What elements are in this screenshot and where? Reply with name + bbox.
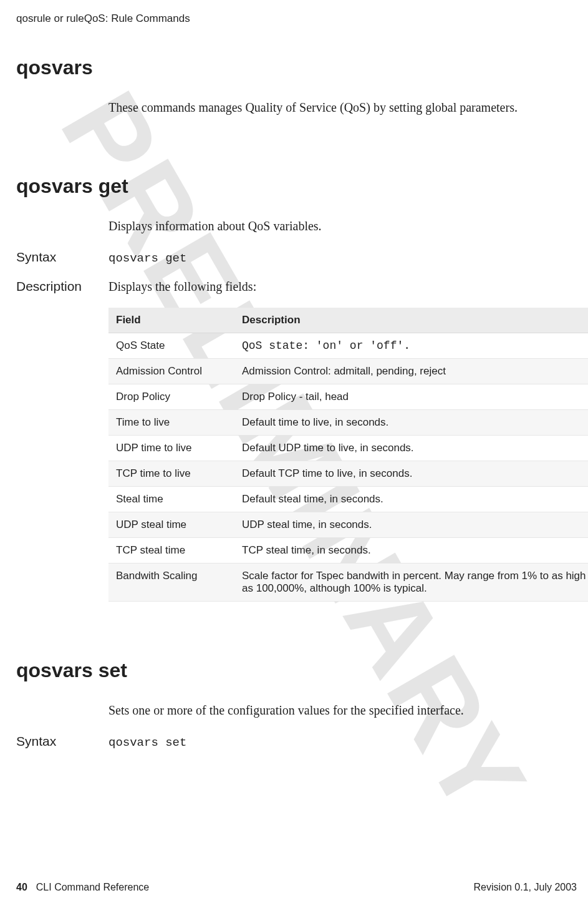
- table-cell-description: Admission Control: admitall, pending, re…: [234, 359, 588, 384]
- syntax-command-set: qosvars set: [108, 736, 186, 749]
- table-row: Bandwith ScalingScale factor for Tspec b…: [108, 564, 588, 602]
- table-cell-description: Drop Policy - tail, head: [234, 384, 588, 410]
- revision: Revision 0.1, July 2003: [474, 882, 577, 893]
- table-cell-field: Time to live: [108, 410, 234, 436]
- table-cell-description: Default time to live, in seconds.: [234, 410, 588, 436]
- fields-table: Field Description QoS StateQoS state: 'o…: [108, 308, 588, 602]
- table-cell-description: Default steal time, in seconds.: [234, 487, 588, 512]
- table-cell-field: UDP steal time: [108, 512, 234, 538]
- table-cell-description: UDP steal time, in seconds.: [234, 512, 588, 538]
- section-qosvars-title: qosvars: [16, 56, 582, 79]
- table-row: TCP time to liveDefault TCP time to live…: [108, 461, 588, 487]
- footer: 40 CLI Command Reference Revision 0.1, J…: [16, 882, 577, 893]
- table-cell-field: QoS State: [108, 333, 234, 359]
- page-number: 40: [16, 882, 27, 893]
- table-cell-field: TCP time to live: [108, 461, 234, 487]
- table-row: QoS StateQoS state: 'on' or 'off'.: [108, 333, 588, 359]
- table-row: Time to liveDefault time to live, in sec…: [108, 410, 588, 436]
- table-header-row: Field Description: [108, 308, 588, 333]
- section-qosvars-get-intro: Displays information about QoS variables…: [108, 219, 582, 233]
- content: qosvars These commands manages Quality o…: [16, 56, 588, 749]
- syntax-label: Syntax: [16, 250, 108, 265]
- table-cell-description: Scale factor for Tspec bandwith in perce…: [234, 564, 588, 602]
- section-qosvars-set-intro: Sets one or more of the configuration va…: [108, 703, 582, 718]
- table-cell-field: UDP time to live: [108, 436, 234, 461]
- syntax-row-set: Syntax qosvars set: [16, 734, 582, 749]
- table-header-field: Field: [108, 308, 234, 333]
- table-cell-field: Bandwith Scaling: [108, 564, 234, 602]
- table-header-description: Description: [234, 308, 588, 333]
- table-row: Admission ControlAdmission Control: admi…: [108, 359, 588, 384]
- doc-title: CLI Command Reference: [36, 882, 149, 893]
- table-cell-field: Drop Policy: [108, 384, 234, 410]
- table-row: Steal timeDefault steal time, in seconds…: [108, 487, 588, 512]
- syntax-command: qosvars get: [108, 251, 186, 265]
- table-row: Drop PolicyDrop Policy - tail, head: [108, 384, 588, 410]
- syntax-label-set: Syntax: [16, 734, 108, 749]
- page: qosrule or ruleQoS: Rule Commands qosvar…: [0, 0, 588, 908]
- table-cell-description: QoS state: 'on' or 'off'.: [234, 333, 588, 359]
- running-head: qosrule or ruleQoS: Rule Commands: [16, 12, 588, 25]
- section-qosvars-get-title: qosvars get: [16, 175, 582, 198]
- table-row: UDP time to liveDefault UDP time to live…: [108, 436, 588, 461]
- table-cell-description: TCP steal time, in seconds.: [234, 538, 588, 564]
- table-cell-field: Admission Control: [108, 359, 234, 384]
- table-cell-field: Steal time: [108, 487, 234, 512]
- description-row: Description Displays the following field…: [16, 279, 582, 294]
- table-cell-field: TCP steal time: [108, 538, 234, 564]
- syntax-row: Syntax qosvars get: [16, 250, 582, 265]
- table-row: UDP steal timeUDP steal time, in seconds…: [108, 512, 588, 538]
- table-cell-description: Default TCP time to live, in seconds.: [234, 461, 588, 487]
- section-qosvars-intro: These commands manages Quality of Servic…: [108, 100, 582, 115]
- table-cell-description: Default UDP time to live, in seconds.: [234, 436, 588, 461]
- description-label: Description: [16, 279, 108, 294]
- section-qosvars-set-title: qosvars set: [16, 659, 582, 682]
- description-text: Displays the following fields:: [108, 280, 256, 294]
- table-row: TCP steal timeTCP steal time, in seconds…: [108, 538, 588, 564]
